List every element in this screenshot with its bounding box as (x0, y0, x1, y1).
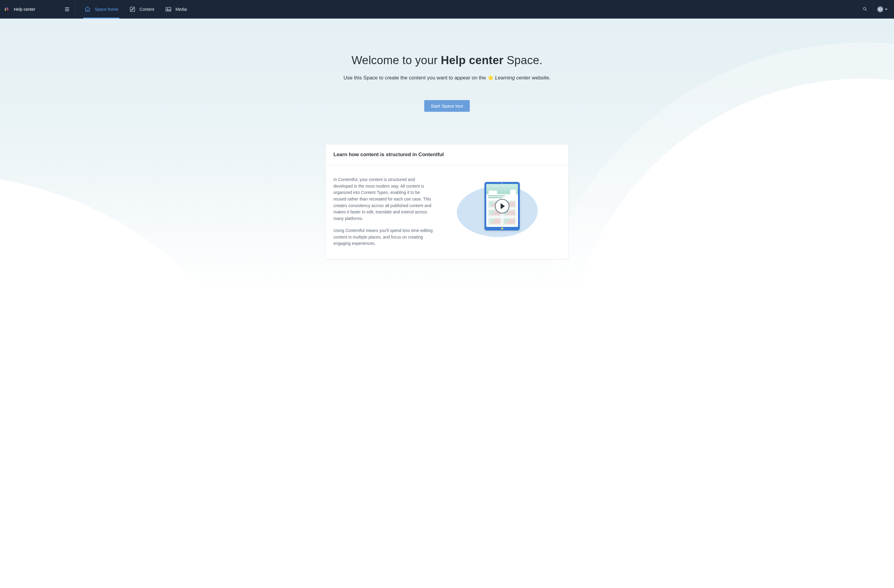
start-space-tour-button[interactable]: Start Space tour (424, 100, 470, 112)
svg-rect-1 (166, 8, 171, 11)
search-icon (862, 7, 867, 12)
card-body: In Contentful, your content is structure… (326, 165, 568, 259)
nav-space-selector[interactable]: Help center (0, 0, 76, 18)
card-paragraph: Using Contentful means you'll spend less… (334, 227, 433, 247)
subtitle-prefix: Use this Space to create the content you… (343, 75, 487, 81)
contentful-logo-icon (4, 6, 10, 12)
title-space-name: Help center (441, 54, 503, 67)
svg-point-3 (864, 7, 866, 10)
account-menu[interactable]: BJ (874, 6, 889, 12)
card-illustration[interactable] (444, 177, 560, 236)
chevron-down-icon (885, 9, 887, 10)
search-button[interactable] (856, 0, 873, 18)
tab-media[interactable]: Media (164, 0, 188, 18)
card-header: Learn how content is structured in Conte… (326, 144, 568, 165)
star-icon: ⭐ (488, 75, 494, 81)
learn-content-card: Learn how content is structured in Conte… (325, 144, 569, 259)
hero-section: Welcome to your Help center Space. Use t… (0, 18, 894, 295)
space-name: Help center (14, 7, 59, 12)
tab-label: Media (175, 7, 187, 12)
top-nav: Help center Space home Content Media (0, 0, 894, 18)
tab-label: Content (140, 7, 154, 12)
nav-tabs: Space home Content Media (76, 0, 856, 18)
tab-label: Space home (95, 7, 118, 12)
subtitle-suffix: website. (530, 75, 550, 81)
title-prefix: Welcome to your (352, 54, 441, 67)
quill-icon (129, 6, 136, 13)
media-icon (165, 6, 172, 13)
title-suffix: Space. (504, 54, 542, 67)
tab-content[interactable]: Content (128, 0, 155, 18)
avatar: BJ (877, 6, 883, 12)
page-title: Welcome to your Help center Space. (6, 54, 888, 67)
subtitle-site-name: Learning center (495, 75, 530, 81)
card-paragraph: In Contentful, your content is structure… (334, 177, 433, 222)
nav-right: BJ (856, 0, 894, 18)
svg-rect-0 (130, 7, 134, 12)
hamburger-menu-icon[interactable] (63, 6, 71, 13)
tab-space-home[interactable]: Space home (83, 0, 119, 18)
page-subtitle: Use this Space to create the content you… (6, 75, 888, 81)
card-text: In Contentful, your content is structure… (334, 177, 433, 247)
home-icon (84, 6, 91, 13)
play-icon[interactable] (495, 199, 509, 213)
card-heading: Learn how content is structured in Conte… (334, 152, 560, 158)
